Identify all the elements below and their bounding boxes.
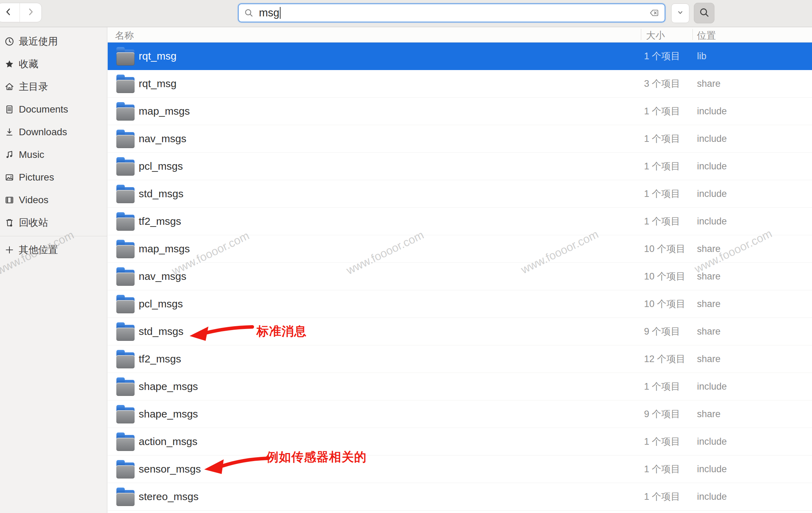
search-options-dropdown[interactable] [671, 3, 689, 23]
folder-icon [116, 405, 135, 423]
file-name: nav_msgs [139, 133, 186, 145]
file-location: include [697, 133, 727, 144]
file-location: share [697, 244, 721, 254]
column-separator [641, 29, 641, 40]
sidebar-item-label: 回收站 [19, 216, 48, 229]
folder-icon [116, 75, 135, 93]
file-size: 1 个项目 [644, 215, 680, 228]
file-location: share [697, 354, 721, 365]
file-row[interactable]: pcl_msgs 1 个项目 include [108, 153, 812, 180]
file-row[interactable]: rqt_msg 1 个项目 lib [108, 43, 812, 70]
folder-icon [116, 432, 135, 451]
search-icon [698, 7, 710, 20]
sidebar-item-trash[interactable]: 回收站 [0, 211, 107, 234]
videos-icon [4, 195, 15, 205]
file-row[interactable]: tf2_msgs 1 个项目 include [108, 208, 812, 235]
recent-icon [4, 36, 15, 47]
file-row[interactable]: pcl_msgs 10 个项目 share [108, 290, 812, 318]
sidebar-item-home[interactable]: 主目录 [0, 75, 107, 98]
file-row[interactable]: shape_msgs 1 个项目 include [108, 373, 812, 400]
file-row[interactable]: map_msgs 10 个项目 share [108, 235, 812, 263]
file-row[interactable]: std_msgs 9 个项目 share [108, 318, 812, 345]
folder-icon [116, 350, 135, 368]
file-row[interactable]: nav_msgs 1 个项目 include [108, 125, 812, 153]
folder-icon [116, 185, 135, 203]
sidebar-item-label: Videos [19, 194, 48, 206]
sidebar-item-label: Downloads [19, 127, 67, 138]
sidebar-item-recent[interactable]: 最近使用 [0, 30, 107, 53]
sidebar-item-label: Music [19, 149, 44, 160]
folder-icon [116, 322, 135, 341]
file-row[interactable]: stereo_msgs 1 个项目 include [108, 483, 812, 511]
file-row[interactable]: action_msgs 1 个项目 include [108, 428, 812, 455]
file-name: map_msgs [139, 105, 190, 117]
chevron-left-icon [3, 7, 14, 18]
search-toggle-button[interactable] [694, 3, 714, 23]
file-size: 1 个项目 [644, 490, 680, 503]
file-location: include [697, 491, 727, 502]
file-name: tf2_msgs [139, 353, 181, 365]
file-name: rqt_msg [139, 78, 176, 90]
file-location: share [697, 326, 721, 337]
chevron-down-icon [676, 8, 685, 18]
places-sidebar: 最近使用收藏主目录DocumentsDownloadsMusicPictures… [0, 27, 107, 513]
file-location: share [697, 271, 721, 282]
file-name: map_msgs [139, 243, 190, 255]
file-name: nav_msgs [139, 270, 186, 282]
sidebar-item-downloads[interactable]: Downloads [0, 121, 107, 143]
file-size: 10 个项目 [644, 298, 685, 310]
file-row[interactable]: nav_msgs 10 个项目 share [108, 263, 812, 290]
column-header-location[interactable]: 位置 [697, 29, 716, 42]
file-name: pcl_msgs [139, 160, 183, 172]
file-row[interactable]: shape_msgs 9 个项目 share [108, 400, 812, 428]
file-size: 1 个项目 [644, 50, 680, 62]
file-row[interactable]: map_msgs 1 个项目 include [108, 98, 812, 125]
clear-search-icon[interactable] [649, 7, 660, 18]
file-name: action_msgs [139, 436, 197, 447]
folder-icon [116, 240, 135, 258]
sidebar-item-label: 主目录 [19, 80, 48, 93]
file-name: shape_msgs [139, 381, 198, 392]
column-header-size[interactable]: 大小 [646, 29, 665, 42]
file-location: include [697, 106, 727, 117]
back-button[interactable] [0, 3, 20, 22]
file-name: stereo_msgs [139, 491, 199, 503]
file-location: include [697, 381, 727, 392]
sidebar-item-pictures[interactable]: Pictures [0, 166, 107, 189]
list-column-header: 名称 大小 位置 [108, 27, 812, 43]
search-input[interactable]: msg [238, 3, 665, 22]
file-location: include [697, 216, 727, 227]
file-size: 9 个项目 [644, 325, 680, 338]
file-name: shape_msgs [139, 408, 198, 420]
column-header-name[interactable]: 名称 [115, 29, 134, 42]
file-row[interactable]: std_msgs 1 个项目 include [108, 180, 812, 208]
file-size: 1 个项目 [644, 435, 680, 448]
folder-icon [116, 212, 135, 231]
file-location: include [697, 436, 727, 447]
file-location: share [697, 299, 721, 309]
sidebar-item-label: Documents [19, 104, 68, 115]
forward-button[interactable] [20, 3, 42, 22]
header-bar: msg [0, 0, 812, 27]
chevron-right-icon [25, 7, 36, 18]
sidebar-item-videos[interactable]: Videos [0, 189, 107, 211]
file-row[interactable]: sensor_msgs 1 个项目 include [108, 455, 812, 483]
file-size: 1 个项目 [644, 105, 680, 117]
history-nav-group [0, 3, 42, 22]
sidebar-item-other-locations[interactable]: 其他位置 [0, 238, 107, 261]
folder-icon [116, 130, 135, 148]
search-value: msg [259, 7, 279, 19]
music-icon [4, 150, 15, 160]
folder-icon [116, 295, 135, 313]
sidebar-item-starred[interactable]: 收藏 [0, 53, 107, 75]
file-name: std_msgs [139, 326, 183, 337]
file-row[interactable]: tf2_msgs 12 个项目 share [108, 345, 812, 373]
search-icon [244, 8, 254, 18]
sidebar-divider [0, 236, 107, 236]
file-size: 1 个项目 [644, 463, 680, 475]
sidebar-item-music[interactable]: Music [0, 143, 107, 166]
file-name: tf2_msgs [139, 215, 181, 227]
file-name: std_msgs [139, 188, 183, 200]
sidebar-item-documents[interactable]: Documents [0, 98, 107, 121]
file-row[interactable]: rqt_msg 3 个项目 share [108, 70, 812, 98]
